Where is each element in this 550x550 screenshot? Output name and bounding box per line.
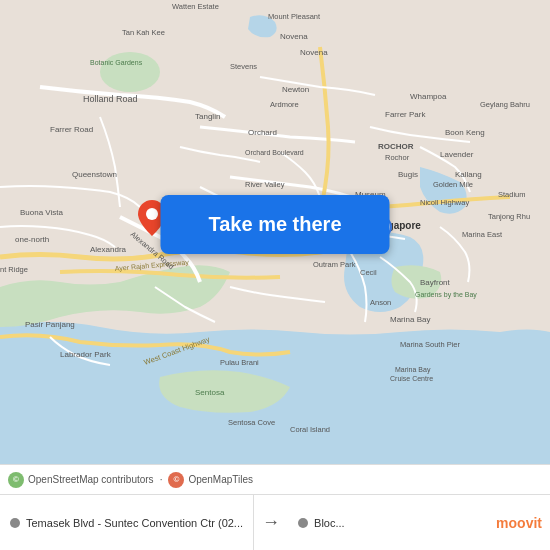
take-me-there-button[interactable]: Take me there bbox=[160, 195, 389, 254]
svg-text:Watten Estate: Watten Estate bbox=[172, 2, 219, 11]
svg-text:Orchard Boulevard: Orchard Boulevard bbox=[245, 149, 304, 156]
moovit-brand-text: moovit bbox=[496, 515, 542, 531]
svg-text:Rochor: Rochor bbox=[385, 153, 410, 162]
svg-text:Boon Keng: Boon Keng bbox=[445, 128, 485, 137]
svg-text:Nicoll Highway: Nicoll Highway bbox=[420, 198, 469, 207]
svg-text:Marina South Pier: Marina South Pier bbox=[400, 340, 461, 349]
svg-text:ROCHOR: ROCHOR bbox=[378, 142, 414, 151]
svg-text:Newton: Newton bbox=[282, 85, 309, 94]
app: Holland Road Farrer Road Botanic Gardens… bbox=[0, 0, 550, 550]
svg-text:Cruise Centre: Cruise Centre bbox=[390, 375, 433, 382]
svg-text:Geylang Bahru: Geylang Bahru bbox=[480, 100, 530, 109]
from-dot-icon bbox=[10, 518, 20, 528]
svg-text:Gardens by the Bay: Gardens by the Bay bbox=[415, 291, 477, 299]
svg-text:Golden Mile: Golden Mile bbox=[433, 180, 473, 189]
svg-text:Botanic Gardens: Botanic Gardens bbox=[90, 59, 143, 66]
omt-text: OpenMapTiles bbox=[188, 474, 253, 485]
svg-text:Stadium: Stadium bbox=[498, 190, 526, 199]
svg-text:Farrer Road: Farrer Road bbox=[50, 125, 93, 134]
attribution-text: OpenStreetMap contributors bbox=[28, 474, 154, 485]
svg-text:Tanjong Rhu: Tanjong Rhu bbox=[488, 212, 530, 221]
svg-text:Marina East: Marina East bbox=[462, 230, 503, 239]
svg-text:Whampoa: Whampoa bbox=[410, 92, 447, 101]
attribution-bar: © OpenStreetMap contributors · © OpenMap… bbox=[0, 464, 550, 494]
svg-text:Farrer Park: Farrer Park bbox=[385, 110, 426, 119]
svg-text:one-north: one-north bbox=[15, 235, 49, 244]
svg-text:Labrador Park: Labrador Park bbox=[60, 350, 112, 359]
route-from-label: Temasek Blvd - Suntec Convention Ctr (02… bbox=[26, 517, 243, 529]
svg-text:Orchard: Orchard bbox=[248, 128, 277, 137]
svg-text:Ardmore: Ardmore bbox=[270, 100, 299, 109]
svg-text:Coral Island: Coral Island bbox=[290, 425, 330, 434]
svg-text:Cecil: Cecil bbox=[360, 268, 377, 277]
svg-text:Buona Vista: Buona Vista bbox=[20, 208, 64, 217]
svg-text:Alexandra: Alexandra bbox=[90, 245, 127, 254]
svg-text:Sentosa Cove: Sentosa Cove bbox=[228, 418, 275, 427]
svg-point-1 bbox=[100, 52, 160, 92]
route-arrow-icon: → bbox=[254, 495, 288, 550]
svg-text:Queenstown: Queenstown bbox=[72, 170, 117, 179]
svg-text:Anson: Anson bbox=[370, 298, 391, 307]
to-dot-icon bbox=[298, 518, 308, 528]
svg-text:River Valley: River Valley bbox=[245, 180, 285, 189]
svg-point-58 bbox=[146, 208, 158, 220]
route-to-label: Bloc... bbox=[314, 517, 345, 529]
osm-logo: © bbox=[8, 472, 24, 488]
route-to[interactable]: Bloc... bbox=[288, 495, 488, 550]
svg-text:Sentosa: Sentosa bbox=[195, 388, 225, 397]
svg-text:Stevens: Stevens bbox=[230, 62, 257, 71]
svg-text:Kallang: Kallang bbox=[455, 170, 482, 179]
svg-text:Marina Bay: Marina Bay bbox=[390, 315, 430, 324]
svg-text:Pasir Panjang: Pasir Panjang bbox=[25, 320, 75, 329]
svg-text:Marina Bay: Marina Bay bbox=[395, 366, 431, 374]
svg-text:Outram Park: Outram Park bbox=[313, 260, 356, 269]
svg-text:Novena: Novena bbox=[300, 48, 328, 57]
moovit-logo: moovit bbox=[488, 495, 550, 550]
svg-text:nt Ridge: nt Ridge bbox=[0, 265, 28, 274]
svg-text:Tanglin: Tanglin bbox=[195, 112, 220, 121]
svg-text:Novena: Novena bbox=[280, 32, 308, 41]
svg-text:Bugis: Bugis bbox=[398, 170, 418, 179]
route-from[interactable]: Temasek Blvd - Suntec Convention Ctr (02… bbox=[0, 495, 254, 550]
svg-text:Mount Pleasant: Mount Pleasant bbox=[268, 12, 321, 21]
map-container[interactable]: Holland Road Farrer Road Botanic Gardens… bbox=[0, 0, 550, 464]
svg-text:Bayfront: Bayfront bbox=[420, 278, 451, 287]
omt-logo: © bbox=[168, 472, 184, 488]
svg-text:Tan Kah Kee: Tan Kah Kee bbox=[122, 28, 165, 37]
svg-text:Holland Road: Holland Road bbox=[83, 94, 138, 104]
svg-text:Lavender: Lavender bbox=[440, 150, 474, 159]
bottom-navigation: Temasek Blvd - Suntec Convention Ctr (02… bbox=[0, 494, 550, 550]
svg-text:Pulau Brani: Pulau Brani bbox=[220, 358, 259, 367]
